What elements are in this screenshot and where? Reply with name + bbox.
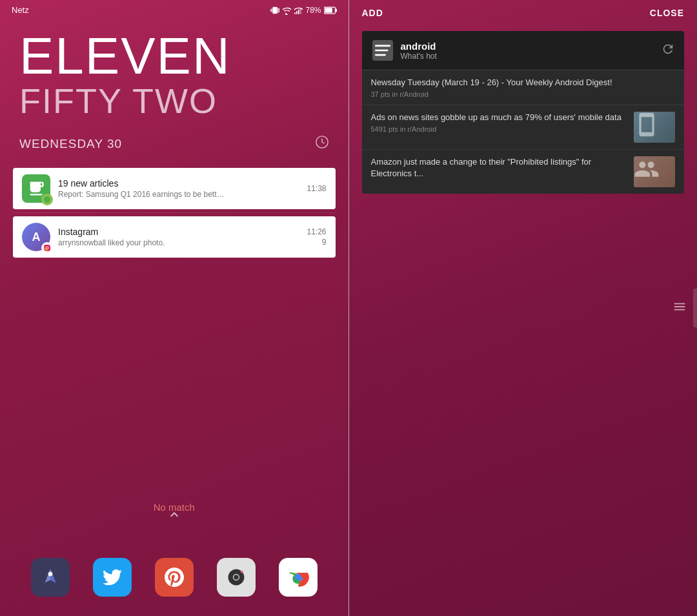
news-item-2-text: Amazon just made a change to their "Proh… — [371, 156, 628, 181]
signal-icon — [294, 6, 303, 15]
dock-gplus-icon[interactable] — [155, 558, 194, 597]
news-item-0-meta: 37 pts in r/Android — [371, 90, 676, 98]
news-app-icon — [22, 174, 50, 203]
android-widget-card: android What's hot Newsday Tuesday (Marc… — [362, 31, 685, 194]
svg-rect-0 — [295, 12, 296, 14]
news-item-0-text: Newsday Tuesday (March 19 - 26) - Your W… — [371, 77, 676, 98]
dock-chrome-icon[interactable] — [279, 558, 318, 597]
svg-rect-3 — [300, 8, 301, 14]
vibrate-icon — [270, 6, 279, 15]
svg-point-12 — [48, 572, 53, 577]
minute-label: FIFTY TWO — [19, 82, 329, 120]
right-panel: ADD CLOSE android What's hot — [349, 0, 698, 616]
insta-notif-content: Instagram arrynsnowball liked your photo… — [58, 227, 299, 247]
news-notif-subtitle: Report: Samsung Q1 2016 earnings to be b… — [58, 190, 226, 199]
widget-title-group: android What's hot — [401, 41, 662, 61]
news-item-2[interactable]: Amazon just made a change to their "Proh… — [362, 150, 685, 194]
news-item-1[interactable]: Ads on news sites gobble up as much as 7… — [362, 105, 685, 150]
news-item-1-thumbnail — [634, 112, 675, 143]
notif-divider — [13, 212, 336, 213]
add-button[interactable]: ADD — [362, 8, 383, 18]
clock-icon — [315, 135, 329, 153]
insta-avatar-wrapper: A — [22, 223, 50, 251]
insta-notif-subtitle: arrynsnowball liked your photo. — [58, 238, 226, 247]
svg-point-8 — [44, 196, 50, 203]
svg-rect-6 — [325, 8, 332, 13]
hour-label: ELEVEN — [19, 30, 329, 82]
notification-news[interactable]: 19 new articles Report: Samsung Q1 2016 … — [13, 168, 336, 209]
news-item-1-meta: 5491 pts in r/Android — [371, 125, 628, 133]
news-item-0-headline: Newsday Tuesday (March 19 - 26) - Your W… — [371, 77, 676, 88]
svg-rect-5 — [335, 8, 337, 12]
wifi-icon — [282, 6, 291, 15]
insta-notif-time-col: 11:26 9 — [307, 227, 326, 247]
widget-source-subtitle: What's hot — [401, 52, 662, 61]
menu-icon[interactable] — [672, 300, 687, 316]
date-label: WEDNESDAY 30 — [19, 137, 122, 151]
refresh-icon[interactable] — [661, 42, 675, 59]
notification-instagram[interactable]: A — [13, 216, 336, 258]
time-display: ELEVEN FIFTY TWO — [0, 17, 348, 127]
battery-text: 78% — [305, 6, 321, 15]
android-logo — [371, 39, 394, 62]
insta-badge-icon — [41, 242, 53, 254]
news-item-1-text: Ads on news sites gobble up as much as 7… — [371, 112, 628, 133]
svg-point-11 — [48, 246, 49, 247]
svg-rect-2 — [298, 9, 299, 14]
news-notif-time: 11:38 — [307, 184, 326, 193]
date-row: WEDNESDAY 30 — [0, 130, 348, 158]
right-header: ADD CLOSE — [349, 0, 698, 26]
dock — [0, 545, 348, 616]
news-item-2-headline: Amazon just made a change to their "Proh… — [371, 156, 628, 180]
news-badge — [41, 194, 53, 205]
news-item-0[interactable]: Newsday Tuesday (March 19 - 26) - Your W… — [362, 70, 685, 105]
close-button[interactable]: CLOSE — [650, 8, 684, 18]
widget-source-name: android — [401, 41, 662, 52]
svg-point-14 — [240, 570, 243, 573]
svg-rect-9 — [44, 245, 50, 251]
battery-icon — [324, 6, 337, 14]
left-panel: Netz 78% — [0, 0, 348, 616]
news-item-2-thumbnail — [634, 156, 675, 187]
news-notif-content: 19 new articles Report: Samsung Q1 2016 … — [58, 178, 299, 199]
status-icons: 78% — [270, 6, 336, 15]
chevron-up-icon[interactable] — [167, 507, 182, 526]
widget-header: android What's hot — [362, 31, 685, 70]
status-bar: Netz 78% — [0, 0, 348, 17]
news-notif-title: 19 new articles — [58, 178, 299, 189]
svg-rect-1 — [297, 11, 298, 14]
dock-twitter-icon[interactable] — [93, 558, 132, 597]
carrier-text: Netz — [12, 5, 29, 15]
news-item-1-headline: Ads on news sites gobble up as much as 7… — [371, 112, 628, 123]
insta-notif-count: 9 — [322, 238, 327, 247]
insta-notif-title: Instagram — [58, 227, 299, 237]
news-notif-time-col: 11:38 — [307, 184, 326, 193]
right-drag-handle[interactable] — [693, 289, 697, 327]
dock-falcon-icon[interactable] — [31, 558, 70, 597]
svg-point-13 — [234, 575, 239, 580]
insta-notif-time: 11:26 — [307, 227, 326, 236]
dock-camera-icon[interactable] — [217, 558, 256, 597]
notifications-area: 19 new articles Report: Samsung Q1 2016 … — [13, 168, 336, 258]
svg-point-16 — [295, 574, 301, 580]
